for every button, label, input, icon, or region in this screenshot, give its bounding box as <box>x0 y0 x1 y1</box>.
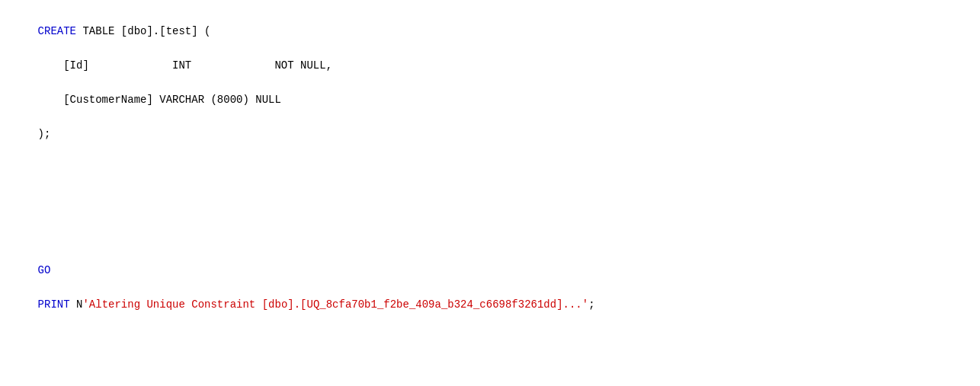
line-4: ); <box>38 128 51 140</box>
line-1: CREATE TABLE [dbo].[test] ( <box>38 25 211 37</box>
code-content: CREATE TABLE [dbo].[test] ( [Id] INT NOT… <box>12 6 968 386</box>
line-2: [Id] INT NOT NULL, <box>38 59 332 72</box>
blank-3 <box>12 347 968 364</box>
line-3: [CustomerName] VARCHAR (8000) NULL <box>38 94 281 106</box>
line-6: PRINT N'Altering Unique Constraint [dbo]… <box>38 298 595 311</box>
code-editor[interactable]: CREATE TABLE [dbo].[test] ( [Id] INT NOT… <box>0 0 980 386</box>
blank-2 <box>12 228 968 244</box>
blank-1 <box>12 177 968 193</box>
line-5: GO <box>38 264 51 276</box>
